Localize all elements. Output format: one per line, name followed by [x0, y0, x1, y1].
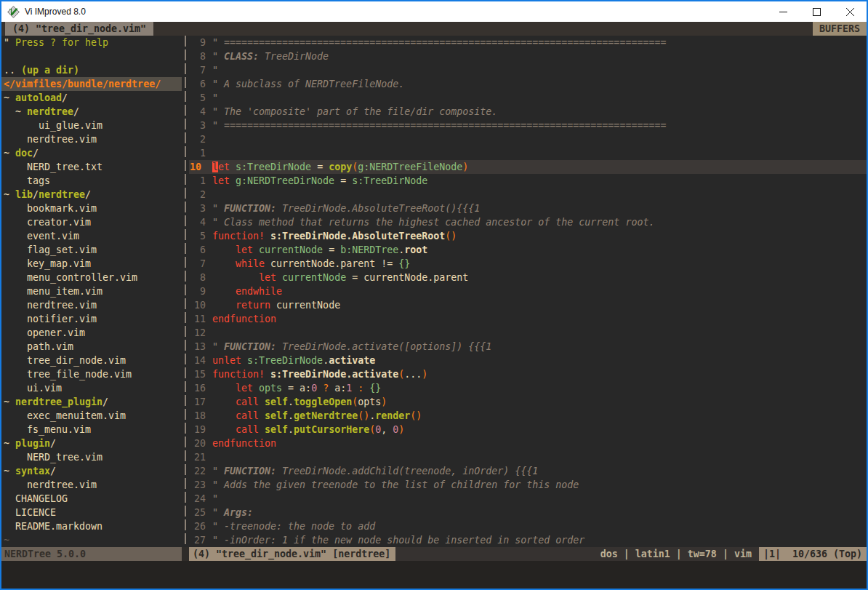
code-line[interactable]: 16 let opts = a:0 ? a:1 : {}: [189, 381, 867, 395]
code-line[interactable]: 8 let currentNode = currentNode.parent: [189, 271, 867, 284]
buffers-label[interactable]: BUFFERS: [813, 22, 867, 36]
code-line[interactable]: 9" =====================================…: [189, 36, 867, 49]
code-line[interactable]: 24": [189, 492, 867, 506]
tree-item[interactable]: ~ nerdtree_plugin/: [1, 395, 182, 409]
line-number: 18: [189, 409, 212, 423]
code-text: call self.getNerdtree().render(): [212, 409, 867, 423]
tree-item[interactable]: " Press ? for help: [1, 36, 182, 49]
line-number: 22: [189, 464, 212, 478]
line-number: 14: [189, 354, 212, 367]
tree-item[interactable]: fs_menu.vim: [1, 423, 182, 436]
tree-item[interactable]: NERD_tree.vim: [1, 450, 182, 464]
tree-item[interactable]: NERD_tree.txt: [1, 160, 182, 174]
code-line[interactable]: 22" FUNCTION: TreeDirNode.addChild(treen…: [189, 464, 867, 478]
line-number: 13: [189, 340, 212, 354]
tree-item[interactable]: [1, 49, 182, 63]
tree-item[interactable]: event.vim: [1, 229, 182, 243]
tree-item[interactable]: key_map.vim: [1, 257, 182, 271]
tab-tree-dir-node[interactable]: (4) "tree_dir_node.vim": [5, 22, 153, 36]
editor-statusline: (4) "tree_dir_node.vim" [nerdtree] dos |…: [189, 547, 867, 561]
code-line[interactable]: 7": [189, 63, 867, 77]
tree-item[interactable]: ~: [1, 533, 182, 547]
tree-item[interactable]: exec_menuitem.vim: [1, 409, 182, 423]
code-line[interactable]: 20endfunction: [189, 436, 867, 450]
tree-item[interactable]: path.vim: [1, 340, 182, 354]
tree-item[interactable]: bookmark.vim: [1, 202, 182, 215]
tree-item[interactable]: nerdtree.vim: [1, 132, 182, 146]
tree-item[interactable]: ~ autoload/: [1, 91, 182, 105]
code-line[interactable]: 2: [189, 188, 867, 202]
tree-item[interactable]: ui.vim: [1, 381, 182, 395]
maximize-button[interactable]: [800, 1, 833, 22]
line-number: 6: [189, 77, 212, 91]
tree-item[interactable]: menu_controller.vim: [1, 271, 182, 284]
tree-item[interactable]: flag_set.vim: [1, 243, 182, 257]
code-line[interactable]: 5": [189, 91, 867, 105]
code-line[interactable]: 23" Adds the given treenode to the list …: [189, 478, 867, 492]
code-text: " -inOrder: 1 if the new node should be …: [212, 533, 867, 547]
tree-item[interactable]: ~ nerdtree/: [1, 105, 182, 119]
code-text: " FUNCTION: TreeDirNode.AbsoluteTreeRoot…: [212, 202, 867, 215]
code-line[interactable]: 13" FUNCTION: TreeDirNode.activate([opti…: [189, 340, 867, 354]
tree-item[interactable]: README.markdown: [1, 519, 182, 533]
code-line[interactable]: 1: [189, 146, 867, 160]
code-line[interactable]: 10 return currentNode: [189, 298, 867, 312]
code-line[interactable]: 21: [189, 450, 867, 464]
close-button[interactable]: [833, 1, 867, 22]
code-line[interactable]: 27" -inOrder: 1 if the new node should b…: [189, 533, 867, 547]
code-line[interactable]: 25" Args:: [189, 506, 867, 519]
code-line[interactable]: 19 call self.putCursorHere(0, 0): [189, 423, 867, 436]
code-text: let currentNode = currentNode.parent: [212, 271, 867, 284]
tree-item[interactable]: CHANGELOG: [1, 492, 182, 506]
code-line[interactable]: 3" =====================================…: [189, 119, 867, 132]
tree-item[interactable]: notifier.vim: [1, 312, 182, 326]
tree-item[interactable]: ~ plugin/: [1, 436, 182, 450]
code-line[interactable]: 6 let currentNode = b:NERDTree.root: [189, 243, 867, 257]
code-line[interactable]: 5function! s:TreeDirNode.AbsoluteTreeRoo…: [189, 229, 867, 243]
code-text: ": [212, 63, 867, 77]
window-separator[interactable]: [182, 36, 189, 547]
minimize-button[interactable]: [766, 1, 800, 22]
tree-item[interactable]: ~ lib/nerdtree/: [1, 188, 182, 202]
code-line[interactable]: 18 call self.getNerdtree().render(): [189, 409, 867, 423]
line-number: 8: [189, 271, 212, 284]
tree-item[interactable]: tags: [1, 174, 182, 188]
code-text: endfunction: [212, 312, 867, 326]
code-line[interactable]: 17 call self.toggleOpen(opts): [189, 395, 867, 409]
tree-item[interactable]: menu_item.vim: [1, 284, 182, 298]
code-line[interactable]: 6" A subclass of NERDTreeFileNode.: [189, 77, 867, 91]
code-line[interactable]: 14unlet s:TreeDirNode.activate: [189, 354, 867, 367]
tree-item[interactable]: .. (up a dir): [1, 63, 182, 77]
tree-item[interactable]: ~ doc/: [1, 146, 182, 160]
code-text: " CLASS: TreeDirNode: [212, 49, 867, 63]
code-text: while currentNode.parent != {}: [212, 257, 867, 271]
tree-item[interactable]: </vimfiles/bundle/nerdtree/: [1, 77, 182, 91]
line-number: 12: [189, 326, 212, 340]
code-line[interactable]: 10let s:TreeDirNode = copy(g:NERDTreeFil…: [189, 160, 867, 174]
tree-item[interactable]: LICENCE: [1, 506, 182, 519]
line-number: 25: [189, 506, 212, 519]
tree-item[interactable]: nerdtree.vim: [1, 298, 182, 312]
tree-item[interactable]: nerdtree.vim: [1, 478, 182, 492]
code-line[interactable]: 11endfunction: [189, 312, 867, 326]
tree-item[interactable]: creator.vim: [1, 215, 182, 229]
code-line[interactable]: 15function! s:TreeDirNode.activate(...): [189, 367, 867, 381]
code-line[interactable]: 12: [189, 326, 867, 340]
command-line[interactable]: [1, 561, 867, 589]
tree-item[interactable]: ui_glue.vim: [1, 119, 182, 132]
code-line[interactable]: 26" -treenode: the node to add: [189, 519, 867, 533]
code-line[interactable]: 4" Class method that returns the highest…: [189, 215, 867, 229]
tree-item[interactable]: tree_dir_node.vim: [1, 354, 182, 367]
code-line[interactable]: 8" CLASS: TreeDirNode: [189, 49, 867, 63]
code-line[interactable]: 3" FUNCTION: TreeDirNode.AbsoluteTreeRoo…: [189, 202, 867, 215]
tree-item[interactable]: ~ syntax/: [1, 464, 182, 478]
code-line[interactable]: 9 endwhile: [189, 284, 867, 298]
window-title: Vi IMproved 8.0: [25, 7, 86, 17]
tree-item[interactable]: opener.vim: [1, 326, 182, 340]
tree-item[interactable]: tree_file_node.vim: [1, 367, 182, 381]
code-line[interactable]: 7 while currentNode.parent != {}: [189, 257, 867, 271]
code-line[interactable]: 2: [189, 132, 867, 146]
code-line[interactable]: 1let g:NERDTreeDirNode = s:TreeDirNode: [189, 174, 867, 188]
code-line[interactable]: 4" The 'composite' part of the file/dir …: [189, 105, 867, 119]
code-text: [212, 326, 867, 340]
